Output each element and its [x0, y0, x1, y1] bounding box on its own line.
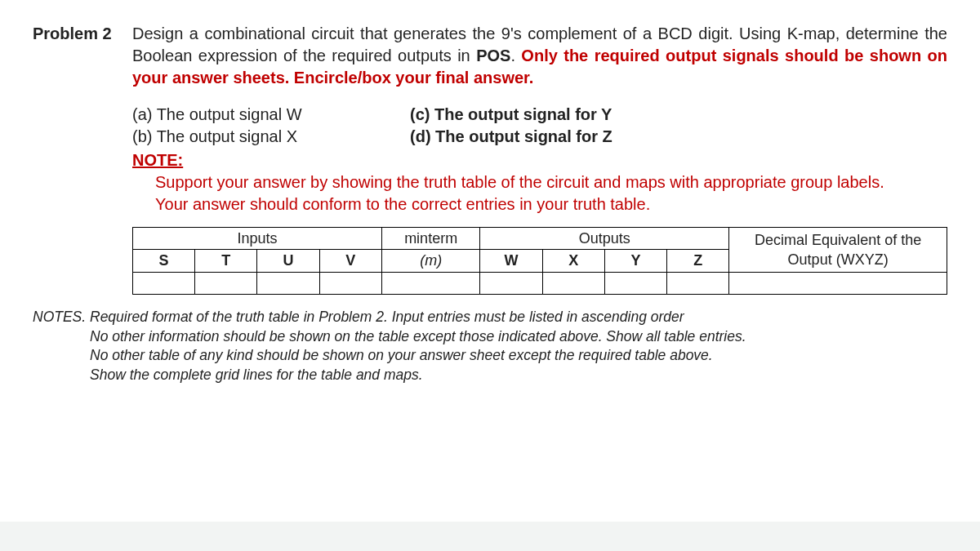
subparts: (a) The output signal W (b) The output s… [132, 104, 947, 148]
col-T: T [195, 250, 257, 272]
table-row: Inputs minterm Outputs Decimal Equivalen… [133, 228, 947, 250]
notes-first-line: NOTES. Required format of the truth tabl… [33, 308, 947, 327]
outputs-header: Outputs [480, 228, 729, 250]
note-heading: NOTE: [132, 149, 947, 171]
part-c: (c) The output signal for Y [410, 104, 947, 126]
truth-table-header: Inputs minterm Outputs Decimal Equivalen… [132, 227, 947, 295]
empty-cell [257, 272, 319, 294]
problem-body: Design a combinational circuit that gene… [132, 23, 947, 295]
note-body: Support your answer by showing the truth… [155, 171, 947, 216]
col-W: W [480, 250, 542, 272]
pos-text: POS [476, 47, 510, 64]
col-V: V [319, 250, 381, 272]
notes-rest: No other information should be shown on … [90, 327, 947, 385]
notes-l4: Show the complete grid lines for the tab… [90, 366, 947, 385]
minterm-header: minterm [381, 228, 480, 250]
part-a: (a) The output signal W [132, 104, 410, 126]
notes-l3: No other table of any kind should be sho… [90, 346, 947, 366]
col-S: S [133, 250, 195, 272]
note-line1: Support your answer by showing the truth… [155, 171, 947, 193]
col-U: U [257, 250, 319, 272]
problem-row: Problem 2 Design a combinational circuit… [33, 23, 947, 295]
problem-label: Problem 2 [33, 23, 132, 295]
empty-cell [729, 272, 947, 294]
col-X: X [542, 250, 604, 272]
problem-description: Design a combinational circuit that gene… [132, 23, 947, 89]
footer-strip [0, 522, 980, 551]
decimal-header: Decimal Equivalent of the Output (WXYZ) [729, 228, 947, 273]
empty-cell [133, 272, 195, 294]
notes-l2: No other information should be shown on … [90, 327, 947, 347]
period: . [510, 47, 521, 64]
part-b: (b) The output signal X [132, 126, 410, 148]
empty-cell [542, 272, 604, 294]
note-line2: Your answer should conform to the correc… [155, 193, 947, 216]
subparts-col-left: (a) The output signal W (b) The output s… [132, 104, 410, 148]
format-notes: NOTES. Required format of the truth tabl… [33, 308, 947, 385]
col-m: (m) [381, 250, 480, 272]
inputs-header: Inputs [133, 228, 382, 250]
col-Z: Z [667, 250, 729, 272]
empty-cell [381, 272, 480, 294]
subparts-col-right: (c) The output signal for Y (d) The outp… [410, 104, 947, 148]
notes-lead: NOTES. [33, 308, 90, 327]
col-Y: Y [604, 250, 666, 272]
table-row [133, 272, 947, 294]
part-d: (d) The output signal for Z [410, 126, 947, 148]
empty-cell [480, 272, 542, 294]
empty-cell [195, 272, 257, 294]
empty-cell [667, 272, 729, 294]
empty-cell [604, 272, 666, 294]
notes-l1: Required format of the truth table in Pr… [90, 308, 684, 327]
empty-cell [319, 272, 381, 294]
